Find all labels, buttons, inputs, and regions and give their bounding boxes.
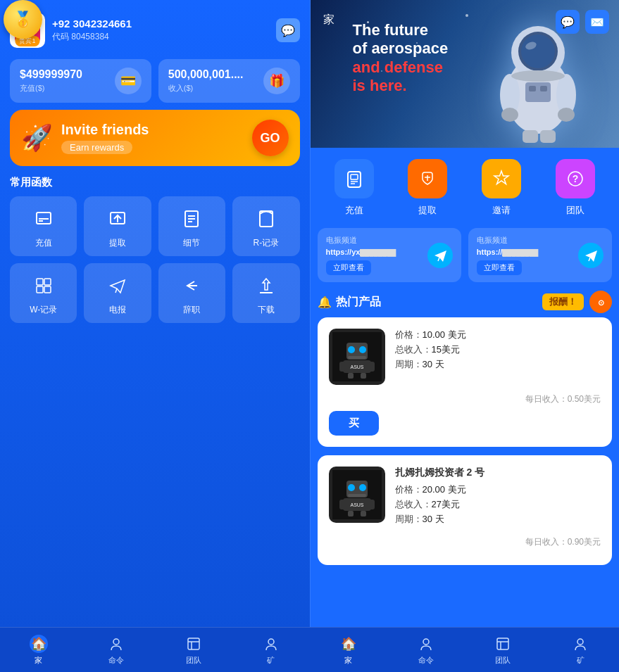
right-nav-team[interactable]: 团队 — [465, 635, 542, 666]
svg-point-50 — [359, 346, 366, 353]
invite-go-button[interactable]: GO — [252, 120, 289, 156]
qa-recharge-icon — [334, 159, 374, 198]
svg-point-37 — [511, 70, 565, 82]
channel-2-view-btn[interactable]: 立即查看 — [477, 260, 522, 275]
product-2-period: 周期：30 天 — [395, 513, 601, 526]
right-home-icon: 🏠 — [339, 635, 358, 653]
invite-title: Invite friends — [61, 122, 252, 138]
svg-rect-55 — [339, 362, 345, 372]
product-1-income: 总收入：15美元 — [395, 343, 601, 356]
right-mine-label: 矿 — [577, 655, 584, 666]
quick-actions: 充值 提取 邀请 ? — [311, 148, 620, 228]
svg-point-61 — [359, 484, 366, 491]
withdraw-func-label: 提取 — [109, 237, 126, 249]
svg-rect-64 — [348, 511, 354, 516]
products-scroll[interactable]: ASUS 价格：10.00 美元 总收入：15美元 周期：30 天 每日收入：0… — [311, 317, 620, 672]
qa-team[interactable]: ? 团队 — [556, 159, 595, 217]
qa-invite[interactable]: 邀请 — [482, 159, 521, 217]
mine-nav-label: 矿 — [267, 655, 275, 666]
qa-recharge-label: 充值 — [345, 204, 363, 217]
right-nav-home[interactable]: 🏠 家 — [311, 635, 387, 666]
svg-rect-35 — [529, 86, 536, 91]
resign-func-label: 辞职 — [183, 304, 200, 316]
svg-rect-12 — [37, 279, 43, 285]
hero-telegram-button[interactable]: ✉️ — [585, 10, 609, 34]
invite-banner[interactable]: 🚀 Invite friends Earn rewards GO — [10, 110, 300, 166]
left-nav-mine[interactable]: 矿 — [232, 635, 310, 666]
channel-1-info: 电振频道 https://yx████████ 立即查看 — [326, 235, 422, 275]
qa-withdraw[interactable]: 提取 — [408, 159, 447, 217]
income-amount: 500,000,001.... — [168, 68, 244, 81]
right-nav-command[interactable]: 命令 — [387, 635, 465, 666]
svg-line-16 — [115, 289, 117, 293]
bell-icon: 🔔 — [318, 296, 332, 309]
svg-point-22 — [268, 639, 274, 645]
right-bottom-nav: 🏠 家 命令 团队 — [311, 627, 620, 672]
svg-rect-34 — [525, 82, 551, 102]
svg-point-73 — [577, 639, 583, 645]
qa-team-label: 团队 — [566, 204, 584, 217]
w-record-func-icon — [31, 273, 56, 298]
svg-point-26 — [521, 34, 555, 68]
func-r-record[interactable]: R-记录 — [232, 196, 299, 256]
svg-rect-53 — [348, 373, 354, 379]
download-func-icon — [254, 273, 279, 298]
func-resign[interactable]: 辞职 — [158, 263, 225, 323]
right-command-icon — [417, 635, 435, 653]
hot-right: 报酬！ ⊙ — [542, 291, 612, 313]
channel-1-url: https://yx████████ — [326, 248, 422, 256]
product-2-income: 总收入：27美元 — [395, 498, 601, 511]
svg-rect-3 — [39, 218, 49, 220]
qa-invite-label: 邀请 — [492, 204, 511, 217]
mine-nav-icon — [262, 635, 280, 653]
left-nav-home[interactable]: 🏠 家 — [0, 635, 77, 666]
func-telegram[interactable]: 电报 — [84, 263, 151, 323]
product-1-details: 价格：10.00 美元 总收入：15美元 周期：30 天 — [395, 329, 601, 385]
channel-1-telegram-icon — [427, 243, 453, 268]
left-bottom-nav: 🏠 家 命令 团队 — [0, 627, 310, 672]
hero-home-label: 家 — [323, 13, 334, 27]
reward-coin-icon: 🥇 — [4, 0, 42, 39]
reward-button[interactable]: 报酬！ — [542, 293, 584, 310]
command-nav-icon — [107, 635, 125, 653]
func-withdraw[interactable]: 提取 — [84, 196, 151, 256]
svg-rect-56 — [369, 362, 375, 372]
func-recharge[interactable]: 充值 — [10, 196, 77, 256]
right-nav-mine[interactable]: 矿 — [542, 635, 619, 666]
left-nav-command[interactable]: 命令 — [77, 635, 155, 666]
left-nav-team[interactable]: 团队 — [155, 635, 232, 666]
channel-1-view-btn[interactable]: 立即查看 — [326, 260, 371, 275]
func-detail[interactable]: 细节 — [158, 196, 225, 256]
w-record-func-label: W-记录 — [30, 304, 57, 316]
recharge-label: 充值($) — [20, 83, 82, 94]
product-1-buy-btn[interactable]: 买 — [329, 411, 379, 436]
telegram-func-label: 电报 — [109, 304, 126, 316]
message-button[interactable]: 💬 — [276, 18, 300, 42]
hero-line3: and defense — [353, 58, 449, 77]
hero-chat-button[interactable]: 💬 — [556, 10, 580, 34]
withdraw-func-icon — [105, 206, 130, 232]
right-command-label: 命令 — [418, 655, 434, 666]
product-2-image: ASUS — [329, 467, 385, 523]
qa-team-icon: ? — [556, 159, 595, 198]
left-panel: P 贵宾1 +92 3042324661 代码 80458384 🥇 💬 $49… — [0, 0, 310, 672]
left-header: P 贵宾1 +92 3042324661 代码 80458384 🥇 💬 — [0, 0, 310, 55]
qa-invite-icon — [482, 159, 521, 198]
home-nav-icon: 🏠 — [30, 635, 48, 653]
svg-text:?: ? — [572, 173, 578, 184]
func-w-record[interactable]: W-记录 — [10, 263, 77, 323]
command-nav-label: 命令 — [108, 655, 124, 666]
product-2-daily: 每日收入：0.90美元 — [329, 536, 601, 548]
r-record-func-label: R-记录 — [253, 237, 279, 249]
qa-recharge[interactable]: 充值 — [334, 159, 374, 217]
svg-rect-13 — [44, 279, 51, 285]
svg-rect-54 — [361, 373, 366, 379]
right-panel: 家 The future of aerospace and defense is… — [311, 0, 620, 672]
svg-point-31 — [558, 108, 575, 122]
product-2-inner: ASUS 扎姆扎姆投资者 2 号 价格：20.00 美元 总收入：27美元 周期… — [329, 467, 601, 528]
user-code: 代码 80458384 — [52, 31, 269, 43]
product-2-details: 扎姆扎姆投资者 2 号 价格：20.00 美元 总收入：27美元 周期：30 天 — [395, 467, 601, 528]
channel-2-url: https://████████ — [477, 248, 573, 256]
func-download[interactable]: 下载 — [232, 263, 299, 323]
invite-subtitle: Earn rewards — [61, 141, 132, 154]
